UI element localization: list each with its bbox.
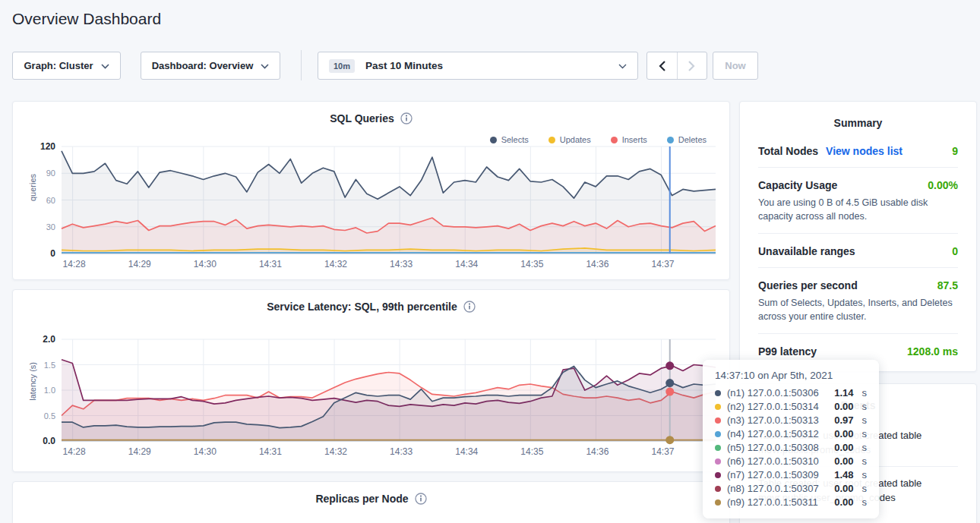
svg-text:14:33: 14:33 [390, 446, 413, 457]
svg-text:14:34: 14:34 [455, 446, 478, 457]
svg-text:120: 120 [40, 141, 55, 152]
stat-queries-per-second: Queries per second 87.5 Sum of Selects, … [758, 268, 958, 334]
sql-queries-chart[interactable]: 030609012014:2814:2914:3014:3114:3214:33… [24, 140, 716, 270]
svg-text:14:36: 14:36 [586, 259, 609, 269]
stat-capacity-usage: Capacity Usage 0.00% You are using 0 B o… [758, 168, 958, 234]
svg-text:14:35: 14:35 [520, 259, 543, 269]
node-dot-icon [715, 390, 721, 396]
stat-unavailable-ranges: Unavailable ranges 0 [758, 234, 958, 268]
tooltip-row-n5: (n5) 127.0.0.1:503080.00s [715, 441, 867, 455]
svg-text:0.0: 0.0 [43, 436, 55, 446]
svg-text:14:37: 14:37 [652, 446, 675, 457]
chevron-down-icon [101, 60, 109, 71]
node-dot-icon [715, 499, 721, 506]
time-step-buttons [646, 52, 707, 80]
svg-text:14:32: 14:32 [324, 446, 347, 457]
svg-text:14:34: 14:34 [455, 259, 478, 269]
tooltip-row-n3: (n3) 127.0.0.1:503130.97s [715, 414, 867, 427]
overview-dashboard-page: Overview Dashboard Graph: Cluster Dashbo… [0, 0, 980, 523]
replicas-per-node-title: Replicas per Node [13, 493, 729, 505]
sql-queries-title: SQL Queries [13, 112, 729, 124]
time-range-dropdown[interactable]: 10m Past 10 Minutes [318, 52, 638, 80]
node-dot-icon [715, 486, 721, 492]
tooltip-row-n6: (n6) 127.0.0.1:503100.00s [715, 455, 867, 468]
svg-text:60: 60 [46, 196, 55, 205]
svg-text:1.0: 1.0 [44, 386, 55, 395]
svg-text:14:29: 14:29 [128, 446, 151, 457]
service-latency-chart[interactable]: 0.00.51.01.52.014:2814:2914:3014:3114:32… [24, 332, 716, 462]
svg-text:14:30: 14:30 [194, 259, 217, 269]
svg-text:0.5: 0.5 [44, 411, 55, 421]
info-icon[interactable] [415, 493, 427, 505]
tooltip-row-n8: (n8) 127.0.0.1:503070.00s [715, 482, 867, 496]
p99-latency-value: 1208.0 ms [907, 345, 958, 358]
info-icon[interactable] [400, 112, 413, 124]
svg-text:14:31: 14:31 [259, 446, 282, 457]
svg-text:14:28: 14:28 [63, 259, 86, 269]
time-range-label: Past 10 Minutes [365, 60, 443, 71]
time-range-badge: 10m [329, 59, 355, 73]
tooltip-row-n2: (n2) 127.0.0.1:503140.00s [715, 400, 867, 414]
queries-per-second-description: Sum of Selects, Updates, Inserts, and De… [758, 296, 958, 323]
svg-text:14:28: 14:28 [63, 446, 86, 457]
sql-queries-card: SQL Queries Selects Updates Inserts Dele… [12, 101, 730, 280]
summary-panel: Summary Total Nodes View nodes list 9 Ca… [739, 101, 977, 372]
svg-text:14:31: 14:31 [259, 259, 282, 269]
info-icon[interactable] [463, 301, 476, 313]
svg-text:14:30: 14:30 [194, 446, 217, 457]
svg-text:14:35: 14:35 [520, 446, 543, 457]
chevron-down-icon [618, 60, 627, 71]
chevron-down-icon [261, 60, 269, 71]
capacity-usage-description: You are using 0 B of 4.5 GiB usable disk… [758, 196, 958, 223]
service-latency-card: Service Latency: SQL, 99th percentile la… [12, 289, 730, 472]
tooltip-row-n9: (n9) 127.0.0.1:503110.00s [715, 496, 867, 509]
total-nodes-value: 9 [952, 145, 958, 157]
service-latency-title: Service Latency: SQL, 99th percentile [13, 301, 729, 313]
node-dot-icon [715, 431, 721, 437]
svg-text:90: 90 [46, 169, 55, 178]
graph-dropdown-label: Graph: Cluster [24, 60, 93, 71]
prev-time-button[interactable] [647, 52, 677, 79]
view-nodes-list-link[interactable]: View nodes list [826, 145, 903, 157]
node-dot-icon [715, 458, 721, 465]
svg-text:14:37: 14:37 [652, 259, 675, 269]
page-title: Overview Dashboard [12, 10, 161, 28]
dashboard-dropdown-label: Dashboard: Overview [152, 60, 254, 71]
unavailable-ranges-value: 0 [952, 245, 958, 257]
tooltip-row-n4: (n4) 127.0.0.1:503120.00s [715, 427, 867, 441]
svg-text:14:32: 14:32 [324, 259, 347, 269]
tooltip-timestamp: 14:37:10 on Apr 5th, 2021 [715, 370, 867, 381]
summary-title: Summary [740, 102, 976, 134]
dashboard-dropdown[interactable]: Dashboard: Overview [141, 52, 280, 80]
svg-text:14:29: 14:29 [128, 259, 151, 269]
node-dot-icon [715, 417, 721, 424]
replicas-per-node-card: Replicas per Node [12, 481, 730, 523]
node-dot-icon [715, 472, 721, 478]
svg-text:14:36: 14:36 [586, 446, 609, 457]
svg-text:2.0: 2.0 [43, 334, 55, 345]
svg-text:30: 30 [46, 222, 55, 232]
svg-text:1.5: 1.5 [44, 361, 55, 370]
node-dot-icon [715, 404, 721, 410]
toolbar-divider [301, 50, 302, 80]
svg-text:0: 0 [50, 248, 55, 259]
graph-dropdown[interactable]: Graph: Cluster [12, 52, 121, 80]
svg-text:14:33: 14:33 [390, 259, 413, 269]
capacity-usage-value: 0.00% [928, 179, 958, 191]
tooltip-row-n1: (n1) 127.0.0.1:503061.14s [715, 386, 867, 400]
chart-hover-tooltip: 14:37:10 on Apr 5th, 2021 (n1) 127.0.0.1… [703, 360, 879, 518]
stat-total-nodes: Total Nodes View nodes list 9 [758, 134, 958, 168]
now-button[interactable]: Now [713, 52, 758, 80]
tooltip-row-n7: (n7) 127.0.0.1:503091.48s [715, 468, 867, 482]
queries-per-second-value: 87.5 [937, 279, 958, 291]
next-time-button[interactable] [677, 52, 707, 79]
node-dot-icon [715, 445, 721, 451]
